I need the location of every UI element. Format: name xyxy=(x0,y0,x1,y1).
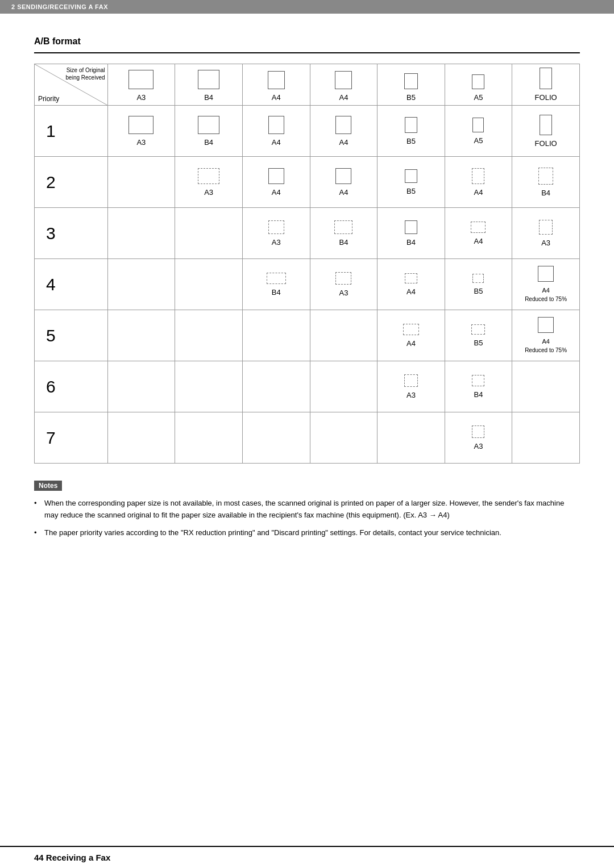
paper-cell xyxy=(175,310,243,361)
chapter-label: 2 SENDING/RECEIVING A FAX xyxy=(11,3,108,10)
paper-cell xyxy=(310,310,377,361)
paper-cell: B5 xyxy=(445,259,512,310)
paper-cell xyxy=(107,310,175,361)
paper-cell: A3 xyxy=(243,208,310,259)
paper-cell: A4Reduced to 75% xyxy=(512,259,580,310)
paper-cell: B5 xyxy=(377,106,445,157)
paper-cell: B4 xyxy=(445,361,512,412)
paper-cell: A4 xyxy=(445,157,512,208)
paper-cell: A4 xyxy=(243,157,310,208)
paper-cell xyxy=(310,412,377,464)
paper-cell: B4 xyxy=(175,106,243,157)
paper-cell xyxy=(310,361,377,412)
header-diagonal-cell: Size of Originalbeing Received Priority xyxy=(35,64,108,106)
paper-cell: A4Reduced to 75% xyxy=(512,310,580,361)
paper-cell xyxy=(243,361,310,412)
column-header: A5 xyxy=(445,64,512,106)
paper-cell xyxy=(512,412,580,464)
top-bar: 2 SENDING/RECEIVING A FAX xyxy=(0,0,614,14)
paper-cell xyxy=(107,208,175,259)
column-header: FOLIO xyxy=(512,64,580,106)
priority-cell: 2 xyxy=(35,157,108,208)
section-title: A/B format xyxy=(34,36,580,53)
footer-text: 44 Receiving a Fax xyxy=(34,853,110,862)
notes-list: When the corresponding paper size is not… xyxy=(34,498,580,539)
paper-cell: A3 xyxy=(107,106,175,157)
paper-cell xyxy=(175,208,243,259)
priority-cell: 4 xyxy=(35,259,108,310)
size-label: Size of Originalbeing Received xyxy=(66,66,105,81)
paper-cell xyxy=(175,361,243,412)
paper-cell xyxy=(512,361,580,412)
paper-cell: FOLIO xyxy=(512,106,580,157)
paper-cell: B4 xyxy=(512,157,580,208)
paper-cell xyxy=(377,412,445,464)
priority-cell: 7 xyxy=(35,412,108,464)
paper-cell: B4 xyxy=(310,208,377,259)
paper-cell xyxy=(107,157,175,208)
paper-cell: A3 xyxy=(310,259,377,310)
column-header: B4 xyxy=(175,64,243,106)
priority-cell: 1 xyxy=(35,106,108,157)
priority-cell: 6 xyxy=(35,361,108,412)
paper-cell: A5 xyxy=(445,106,512,157)
paper-cell: B4 xyxy=(243,259,310,310)
main-content: A/B format Size of Originalbeing Receive… xyxy=(0,14,614,567)
paper-cell: A3 xyxy=(175,157,243,208)
paper-cell xyxy=(175,412,243,464)
notes-badge: Notes xyxy=(34,481,62,491)
column-header: A4 xyxy=(243,64,310,106)
paper-cell xyxy=(243,412,310,464)
priority-cell: 3 xyxy=(35,208,108,259)
paper-cell: A4 xyxy=(377,310,445,361)
paper-cell xyxy=(107,259,175,310)
paper-cell: A3 xyxy=(512,208,580,259)
paper-cell: A4 xyxy=(445,208,512,259)
paper-cell: A4 xyxy=(377,259,445,310)
paper-cell xyxy=(175,259,243,310)
paper-cell: A3 xyxy=(377,361,445,412)
paper-cell xyxy=(107,412,175,464)
ab-format-table: Size of Originalbeing Received Priority … xyxy=(34,64,580,464)
priority-cell: 5 xyxy=(35,310,108,361)
paper-cell: A3 xyxy=(445,412,512,464)
paper-cell: A4 xyxy=(310,157,377,208)
column-header: B5 xyxy=(377,64,445,106)
notes-section: Notes When the corresponding paper size … xyxy=(34,481,580,539)
paper-cell: A4 xyxy=(243,106,310,157)
paper-cell: B4 xyxy=(377,208,445,259)
paper-cell xyxy=(243,310,310,361)
column-header: A4 xyxy=(310,64,377,106)
page-footer: 44 Receiving a Fax xyxy=(0,846,614,868)
note-item: The paper priority varies according to t… xyxy=(34,527,580,539)
paper-cell: B5 xyxy=(445,310,512,361)
paper-cell xyxy=(107,361,175,412)
priority-label: Priority xyxy=(38,95,59,103)
note-item: When the corresponding paper size is not… xyxy=(34,498,580,521)
paper-cell: B5 xyxy=(377,157,445,208)
paper-cell: A4 xyxy=(310,106,377,157)
column-header: A3 xyxy=(107,64,175,106)
